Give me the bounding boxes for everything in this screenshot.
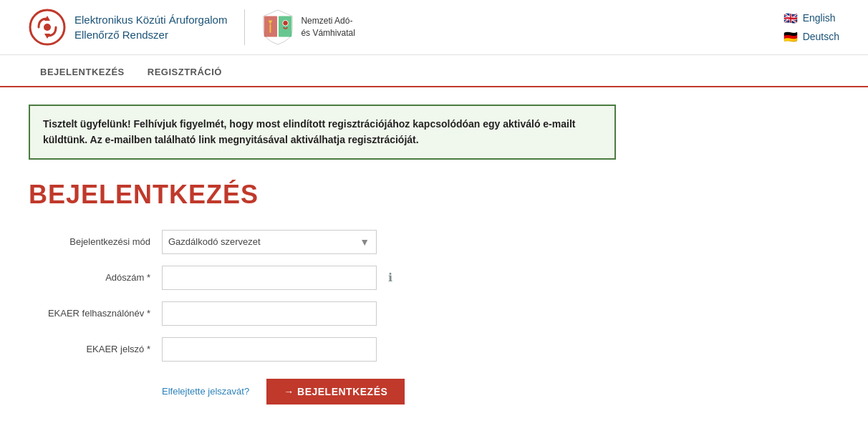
navbar: BEJELENTKEZÉS REGISZTRÁCIÓ (0, 58, 868, 87)
language-english-label: English (803, 12, 836, 24)
flag-english-icon: 🇬🇧 (783, 10, 799, 26)
nav-item-register[interactable]: REGISZTRÁCIÓ (136, 58, 233, 86)
login-mode-select-wrapper: Gazdálkodó szervezet Természetes személy… (162, 230, 377, 254)
form-group-username: EKAER felhasználónév * (29, 301, 616, 326)
page-title: BEJELENTKEZÉS (29, 180, 616, 210)
header-divider (244, 9, 245, 45)
username-label: EKAER felhasználónév * (29, 308, 150, 319)
username-input[interactable] (162, 301, 377, 326)
main-content: Tisztelt ügyfelünk! Felhívjuk figyelmét,… (0, 87, 645, 422)
nav-logo-text: Nemzeti Adó- és Vámhivatal (301, 15, 355, 39)
form-group-password: EKAER jelszó * (29, 337, 616, 362)
header: Elektronikus Közúti Áruforgalom Ellenőrz… (0, 0, 868, 55)
svg-point-6 (283, 20, 289, 26)
logo-icon (29, 9, 66, 46)
nav-logo: Nemzeti Adó- és Vámhivatal (262, 9, 355, 45)
alert-message: Tisztelt ügyfelünk! Felhívjuk figyelmét,… (43, 118, 575, 145)
logo-text: Elektronikus Közúti Áruforgalom Ellenőrz… (74, 12, 227, 42)
password-input[interactable] (162, 337, 377, 362)
login-mode-label: Bejelentkezési mód (29, 236, 150, 247)
svg-rect-5 (279, 16, 291, 37)
logo-area: Elektronikus Közúti Áruforgalom Ellenőrz… (29, 9, 227, 46)
language-deutsch-label: Deutsch (803, 31, 839, 42)
form-group-tax-number: Adószám * ℹ (29, 266, 616, 290)
language-deutsch[interactable]: 🇩🇪 Deutsch (783, 29, 839, 44)
coat-of-arms-icon (262, 9, 294, 45)
password-label: EKAER jelszó * (29, 344, 150, 354)
flag-deutsch-icon: 🇩🇪 (783, 29, 799, 44)
form-footer: Elfelejtette jelszavát? → BEJELENTKEZÉS (29, 379, 616, 405)
nav-item-login[interactable]: BEJELENTKEZÉS (29, 58, 136, 86)
forgot-password-link[interactable]: Elfelejtette jelszavát? (162, 386, 249, 397)
language-selector: 🇬🇧 English 🇩🇪 Deutsch (783, 10, 839, 44)
alert-box: Tisztelt ügyfelünk! Felhívjuk figyelmét,… (29, 105, 616, 160)
tax-number-info-icon[interactable]: ℹ (388, 271, 392, 284)
login-submit-button[interactable]: → BEJELENTKEZÉS (266, 379, 405, 405)
login-mode-select[interactable]: Gazdálkodó szervezet Természetes személy… (162, 230, 377, 254)
svg-point-1 (44, 24, 51, 31)
tax-number-input[interactable] (162, 266, 377, 290)
login-form: Bejelentkezési mód Gazdálkodó szervezet … (29, 230, 616, 405)
form-group-login-mode: Bejelentkezési mód Gazdálkodó szervezet … (29, 230, 616, 254)
language-english[interactable]: 🇬🇧 English (783, 10, 839, 26)
tax-number-label: Adószám * (29, 272, 150, 283)
